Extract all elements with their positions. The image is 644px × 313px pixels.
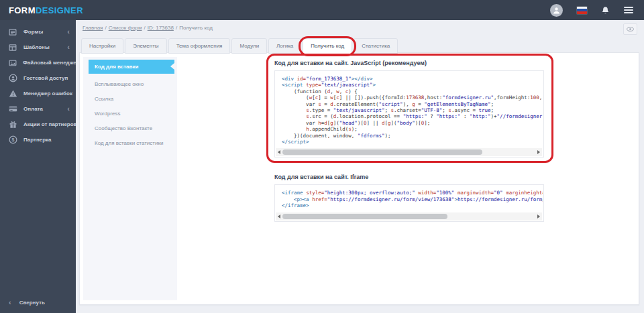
eye-icon — [627, 26, 634, 32]
tab-2[interactable]: Элементы — [125, 38, 166, 54]
app-window: FORMDESIGNER Формы‹Шаблоны‹Файловый мене… — [0, 0, 644, 313]
code-line: var s = d.createElement("script"), g = "… — [282, 101, 543, 107]
forms-icon — [9, 28, 17, 36]
app-logo: FORMDESIGNER — [0, 5, 83, 15]
scroll-left-arrow-icon[interactable] — [278, 214, 280, 218]
preview-form-button[interactable] — [623, 23, 637, 35]
sidebar-item-affiliate[interactable]: $Партнерка — [0, 132, 76, 147]
section-title: Код для вставки на сайт. JavaScript (рек… — [274, 60, 544, 66]
scroll-right-arrow-icon[interactable] — [537, 214, 540, 218]
affiliate-icon: $ — [9, 135, 17, 144]
code-line: (function (d, w, c) { — [282, 88, 543, 95]
code-content: <div id="form_173638_1"></div><script ty… — [282, 76, 543, 145]
sidebar-collapse-button[interactable]: ‹ Свернуть — [0, 298, 76, 306]
chevron-left-icon: ‹ — [67, 105, 70, 113]
code-line: </script> — [282, 139, 543, 145]
sidebar-item-templates[interactable]: Шаблоны‹ — [0, 40, 76, 55]
breadcrumb-separator: / — [176, 25, 177, 31]
sidebar-nav: Формы‹Шаблоны‹Файловый менеджерГостевой … — [0, 20, 76, 147]
code-line: s.type = "text/javascript"; s.charset="U… — [282, 107, 543, 113]
chevron-left-icon: ‹ — [67, 28, 70, 36]
code-content: <iframe style="height:300px; overflow:au… — [282, 190, 543, 208]
chevron-left-icon: ‹ — [9, 298, 11, 306]
code-line: </iframe> — [282, 202, 543, 208]
horizontal-scrollbar[interactable] — [276, 148, 542, 156]
code-line: s.src = (d.location.protocol == "https:"… — [282, 113, 543, 119]
code-box: <iframe style="height:300px; overflow:au… — [274, 184, 544, 221]
code-line: h.appendChild(s); — [282, 126, 543, 132]
file-manager-icon — [9, 59, 17, 67]
error-manager-icon — [9, 89, 17, 98]
breadcrumb-separator: / — [144, 25, 146, 31]
tab-3[interactable]: Тема оформления — [168, 38, 231, 54]
gift-icon — [9, 120, 17, 129]
tab-5[interactable]: Логика — [268, 38, 301, 54]
templates-icon — [9, 44, 17, 52]
sidebar-item-error-manager[interactable]: Менеджер ошибок — [0, 86, 76, 101]
code-menu-item-6[interactable]: Код для вставки статистики — [89, 136, 174, 150]
code-menu-item-1[interactable]: Код для вставки — [89, 60, 174, 74]
code-menu-item-3[interactable]: Ссылка — [89, 92, 174, 106]
annotation-ring — [299, 36, 356, 56]
tab-4[interactable]: Модули — [231, 38, 267, 54]
scrollbar-thumb[interactable] — [282, 149, 482, 155]
code-line: <iframe style="height:300px; overflow:au… — [282, 190, 543, 196]
breadcrumb: Главная/Список форм/ID: 173638/Получить … — [83, 25, 213, 31]
breadcrumb-current: Получить код — [179, 25, 213, 31]
code-menu-item-5[interactable]: Сообщество Вконтакте — [89, 121, 174, 135]
scroll-right-arrow-icon[interactable] — [537, 150, 540, 154]
guest-access-icon — [9, 74, 17, 82]
breadcrumb-separator: / — [105, 25, 106, 31]
content-card: Код для вставкиВсплывающее окноСсылкаWor… — [79, 52, 639, 305]
notifications-bell-icon[interactable] — [601, 6, 610, 15]
logo-text-primary: FORM — [9, 5, 36, 15]
tab-7[interactable]: Статистика — [354, 38, 398, 54]
sidebar: Формы‹Шаблоны‹Файловый менеджерГостевой … — [0, 20, 76, 313]
code-section: Код для вставки на сайт. Iframe<iframe s… — [274, 174, 544, 221]
svg-text:$: $ — [12, 137, 15, 143]
tab-1[interactable]: Настройки — [81, 38, 123, 54]
hamburger-menu-icon[interactable] — [624, 7, 633, 13]
collapse-label: Свернуть — [19, 300, 45, 306]
code-line: (w[c] = w[c] || []).push({formId:173638,… — [282, 95, 543, 101]
sidebar-item-payment[interactable]: Оплата‹ — [0, 101, 76, 117]
horizontal-scrollbar[interactable] — [276, 212, 542, 221]
breadcrumb-link[interactable]: ID: 173638 — [148, 25, 174, 31]
code-line: <script type="text/javascript"> — [282, 82, 543, 88]
sidebar-item-gift[interactable]: Акции от партнеров — [0, 117, 76, 132]
scrollbar-thumb[interactable] — [282, 214, 447, 219]
chevron-left-icon: ‹ — [67, 44, 70, 51]
person-icon — [552, 6, 561, 15]
language-flag-russia-icon[interactable] — [577, 7, 587, 14]
payment-icon — [9, 105, 17, 113]
scroll-left-arrow-icon[interactable] — [278, 150, 280, 154]
sidebar-item-forms[interactable]: Формы‹ — [0, 24, 76, 40]
code-line: <div id="form_173638_1"></div> — [282, 76, 543, 82]
logo-text-accent: DESIGNER — [36, 5, 83, 15]
code-box: <div id="form_173638_1"></div><script ty… — [274, 70, 544, 158]
section-title: Код для вставки на сайт. Iframe — [274, 174, 544, 180]
code-menu-item-2[interactable]: Всплывающее окно — [89, 77, 174, 91]
sidebar-item-file-manager[interactable]: Файловый менеджер — [0, 55, 76, 70]
code-line: var h=d[g]("head")[0] || d[g]("body")[0]… — [282, 120, 543, 126]
code-menu-item-4[interactable]: Wordpress — [89, 107, 174, 121]
main-area: Главная/Список форм/ID: 173638/Получить … — [76, 20, 644, 313]
embed-code-menu: Код для вставкиВсплывающее окноСсылкаWor… — [83, 57, 177, 300]
top-bar: FORMDESIGNER — [0, 0, 644, 20]
code-section: Код для вставки на сайт. JavaScript (рек… — [274, 60, 544, 158]
user-avatar[interactable] — [550, 4, 563, 17]
sidebar-item-guest-access[interactable]: Гостевой доступ — [0, 70, 76, 86]
topbar-actions — [550, 4, 644, 17]
tab-6[interactable]: Получить код — [303, 38, 352, 54]
breadcrumb-link[interactable]: Список форм — [109, 25, 142, 31]
code-line: })(document, window, "fdforms"); — [282, 133, 543, 139]
code-line: <p><a href="https://formdesigner.ru/form… — [282, 196, 543, 202]
code-sections: Код для вставки на сайт. JavaScript (рек… — [274, 60, 544, 238]
form-tabs: НастройкиЭлементыТема оформленияМодулиЛо… — [81, 38, 398, 54]
breadcrumb-link[interactable]: Главная — [83, 25, 103, 31]
